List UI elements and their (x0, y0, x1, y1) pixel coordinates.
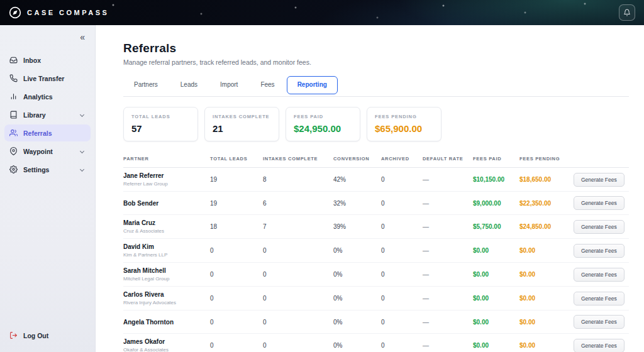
generate-fees-button[interactable]: Generate Fees (574, 196, 625, 210)
table-row: Carlos Rivera Rivera Injury Advocates 0 … (123, 287, 629, 311)
inbox-icon (9, 56, 18, 64)
notifications-button[interactable] (619, 4, 635, 21)
table-header-cell: DEFAULT RATE (423, 156, 473, 162)
intakes-complete-cell: 6 (263, 200, 333, 207)
partner-name: Carlos Rivera (123, 291, 210, 298)
partner-organization: Referrer Law Group (123, 181, 210, 187)
table-row: Maria Cruz Cruz & Associates 18 7 39% 0 … (123, 215, 629, 239)
partner-cell: Sarah Mitchell Mitchell Legal Group (123, 267, 210, 282)
default-rate-cell: — (423, 271, 473, 278)
archived-cell: 0 (381, 342, 423, 349)
library-icon (9, 111, 18, 119)
fees-paid-cell: $5,750.00 (473, 223, 519, 230)
sidebar-item-analytics[interactable]: Analytics (4, 88, 91, 105)
stat-card-fees-pending: FEES PENDING $65,900.00 (367, 107, 441, 141)
stat-card-intakes-complete: INTAKES COMPLETE 21 (204, 107, 279, 141)
partner-cell: Bob Sender (123, 200, 210, 207)
fees-paid-cell: $0.00 (473, 342, 519, 349)
partner-organization: Rivera Injury Advocates (123, 300, 210, 305)
default-rate-cell: — (423, 176, 473, 183)
sidebar-item-inbox[interactable]: Inbox (4, 52, 91, 69)
fees-paid-cell: $0.00 (473, 295, 519, 302)
generate-fees-button[interactable]: Generate Fees (574, 339, 625, 352)
sidebar-item-label: Analytics (23, 93, 53, 101)
sidebar-item-settings[interactable]: Settings (4, 161, 91, 178)
stat-label: INTAKES COMPLETE (213, 114, 271, 119)
conversion-cell: 32% (333, 200, 381, 207)
generate-fees-button[interactable]: Generate Fees (574, 244, 625, 258)
generate-fees-button[interactable]: Generate Fees (574, 268, 625, 282)
generate-fees-button[interactable]: Generate Fees (574, 220, 625, 234)
partner-name: Maria Cruz (123, 219, 210, 226)
conversion-cell: 42% (333, 176, 381, 183)
default-rate-cell: — (423, 342, 473, 349)
top-bar: CASE COMPASS (0, 0, 644, 25)
total-leads-cell: 0 (210, 247, 263, 254)
sidebar-item-live-transfer[interactable]: Live Transfer (4, 70, 91, 87)
archived-cell: 0 (381, 319, 423, 326)
partner-organization: Cruz & Associates (123, 228, 210, 234)
sidebar-item-label: Waypoint (23, 148, 53, 155)
conversion-cell: 0% (333, 342, 381, 349)
partner-name: Sarah Mitchell (123, 267, 210, 274)
analytics-icon (9, 92, 18, 101)
page-subtitle: Manage referral partners, track referred… (123, 58, 629, 66)
table-header-cell: TOTAL LEADS (210, 156, 263, 162)
sidebar-item-referrals[interactable]: Referrals (4, 124, 91, 141)
fees-paid-cell: $0.00 (473, 247, 519, 254)
logout-icon (9, 331, 18, 339)
sidebar-item-library[interactable]: Library (4, 106, 91, 123)
intakes-complete-cell: 0 (263, 319, 333, 326)
generate-fees-button[interactable]: Generate Fees (574, 292, 625, 305)
table-header-cell: CONVERSION (333, 156, 381, 162)
conversion-cell: 0% (333, 319, 381, 326)
sidebar-collapse-button[interactable]: « (77, 30, 87, 44)
total-leads-cell: 0 (210, 295, 263, 302)
generate-fees-button[interactable]: Generate Fees (574, 173, 625, 187)
partner-cell: James Okafor Okafor & Associates (123, 338, 210, 352)
sidebar-item-waypoint[interactable]: Waypoint (4, 143, 91, 160)
table-row: Bob Sender 19 6 32% 0 — $9,000.00 $22,35… (123, 192, 629, 215)
partner-cell: Jane Referrer Referrer Law Group (123, 172, 210, 187)
total-leads-cell: 18 (210, 223, 263, 230)
table-header-cell: FEES PENDING (519, 156, 574, 162)
sidebar-item-label: Referrals (23, 129, 52, 137)
tab-import[interactable]: Import (209, 76, 248, 94)
sidebar-nav: Inbox Live Transfer Analytics Library (0, 52, 95, 178)
stat-value: 21 (213, 123, 271, 134)
brand: CASE COMPASS (9, 6, 109, 19)
compass-logo-icon (9, 6, 21, 19)
intakes-complete-cell: 0 (263, 247, 333, 254)
table-header-cell: PARTNER (123, 156, 210, 162)
stat-value: 57 (131, 123, 190, 134)
stat-label: FEES PENDING (375, 114, 433, 119)
fees-paid-cell: $10,150.00 (473, 176, 519, 183)
intakes-complete-cell: 7 (263, 223, 333, 230)
sidebar-item-label: Library (23, 111, 46, 119)
sidebar: « Inbox Live Transfer Analytics (0, 25, 96, 352)
conversion-cell: 39% (333, 223, 381, 230)
stat-value: $65,900.00 (375, 123, 433, 134)
main-content: Referrals Manage referral partners, trac… (96, 25, 644, 352)
intakes-complete-cell: 0 (263, 295, 333, 302)
logout-button[interactable]: Log Out (0, 326, 95, 344)
fees-paid-cell: $0.00 (473, 319, 519, 326)
table-row: David Kim Kim & Partners LLP 0 0 0% 0 — … (123, 239, 629, 263)
conversion-cell: 0% (333, 295, 381, 302)
table-row: Angela Thornton 0 0 0% 0 — $0.00 $0.00 G… (123, 311, 629, 334)
phone-icon (9, 74, 18, 82)
partner-cell: Carlos Rivera Rivera Injury Advocates (123, 291, 210, 305)
intakes-complete-cell: 0 (263, 342, 333, 349)
partner-name: Angela Thornton (123, 319, 210, 326)
fees-pending-cell: $0.00 (519, 271, 574, 278)
tab-partners[interactable]: Partners (123, 76, 169, 94)
archived-cell: 0 (381, 271, 423, 278)
tab-leads[interactable]: Leads (170, 76, 208, 94)
tab-reporting[interactable]: Reporting (287, 76, 338, 94)
tab-fees[interactable]: Fees (250, 76, 285, 94)
stat-label: FEES PAID (294, 114, 352, 119)
partner-name: David Kim (123, 243, 210, 250)
generate-fees-button[interactable]: Generate Fees (574, 315, 625, 329)
chevron-down-icon (80, 167, 84, 172)
table-header-cell: FEES PAID (473, 156, 519, 162)
